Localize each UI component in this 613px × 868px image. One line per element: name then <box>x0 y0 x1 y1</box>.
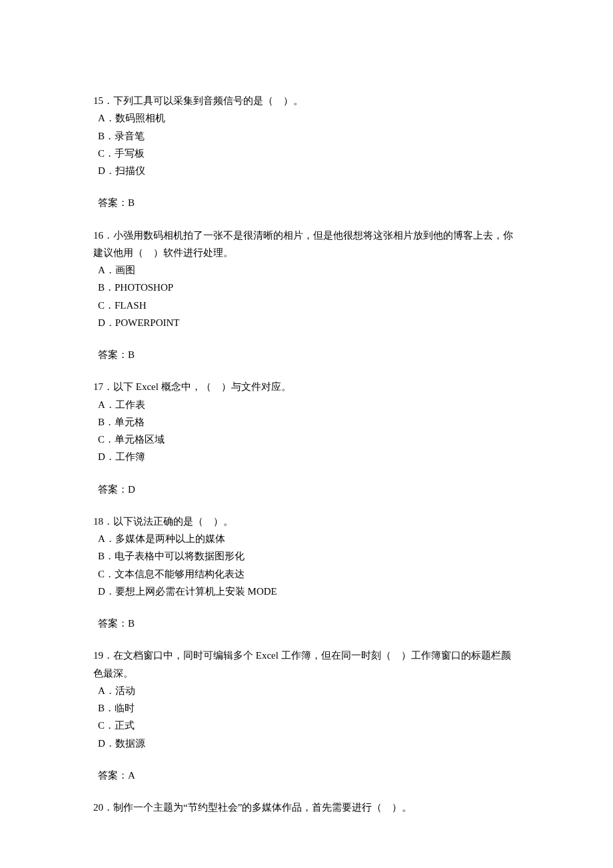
question-stem: 18．以下说法正确的是（ ）。 <box>93 513 520 530</box>
option-a: A．多媒体是两种以上的媒体 <box>98 530 520 547</box>
answer: 答案：B <box>98 346 520 363</box>
question-number: 16 <box>93 230 103 241</box>
answer: 答案：B <box>98 615 520 632</box>
option-d: D．工作簿 <box>98 448 520 465</box>
question-text-before: ．以下 <box>103 381 136 392</box>
option-c: C．手写板 <box>98 145 520 162</box>
option-c: C．FLASH <box>98 297 520 314</box>
option-b: B．PHOTOSHOP <box>98 279 520 296</box>
question-number: 19 <box>93 650 103 661</box>
option-a: A．活动 <box>98 682 520 699</box>
option-b: B．单元格 <box>98 413 520 431</box>
option-d: D．POWERPOINT <box>98 314 520 331</box>
question-text: ．下列工具可以采集到音频信号的是（ ）。 <box>103 95 303 106</box>
question-text-latin: Excel <box>256 650 279 661</box>
question-number: 18 <box>93 516 103 527</box>
question-text-latin: Excel <box>136 381 159 392</box>
option-d: D．数据源 <box>98 735 520 752</box>
option-c: C．正式 <box>98 717 520 734</box>
question-stem: 20．制作一个主题为“节约型社会”的多媒体作品，首先需要进行（ ）。 <box>93 799 520 816</box>
answer: 答案：B <box>98 194 520 211</box>
question-number: 20 <box>93 802 103 813</box>
question-text-after: 概念中，（ ）与文件对应。 <box>159 381 291 392</box>
question-text: ．小强用数码相机拍了一张不是很清晰的相片，但是他很想将这张相片放到他的博客上去，… <box>93 230 513 258</box>
option-b: B．录音笔 <box>98 127 520 145</box>
question-number: 15 <box>93 95 103 106</box>
answer: 答案：A <box>98 767 520 784</box>
document-page: 15．下列工具可以采集到音频信号的是（ ）。 A．数码照相机 B．录音笔 C．手… <box>0 0 613 856</box>
question-stem: 16．小强用数码相机拍了一张不是很清晰的相片，但是他很想将这张相片放到他的博客上… <box>93 227 520 262</box>
option-d: D．要想上网必需在计算机上安装 MODE <box>98 583 520 600</box>
question-stem: 15．下列工具可以采集到音频信号的是（ ）。 <box>93 92 520 109</box>
option-d: D．扫描仪 <box>98 162 520 179</box>
option-c: C．单元格区域 <box>98 431 520 448</box>
question-text-before: ．在文档窗口中，同时可编辑多个 <box>103 650 256 661</box>
option-a: A．工作表 <box>98 396 520 413</box>
question-text: ．以下说法正确的是（ ）。 <box>103 516 233 527</box>
question-stem: 19．在文档窗口中，同时可编辑多个 Excel 工作簿，但在同一时刻（ ）工作簿… <box>93 647 520 682</box>
option-a: A．画图 <box>98 261 520 279</box>
question-text: ．制作一个主题为“节约型社会”的多媒体作品，首先需要进行（ ）。 <box>103 802 412 813</box>
answer: 答案：D <box>98 481 520 498</box>
question-stem: 17．以下 Excel 概念中，（ ）与文件对应。 <box>93 378 520 395</box>
option-b: B．临时 <box>98 699 520 717</box>
option-a: A．数码照相机 <box>98 109 520 127</box>
question-number: 17 <box>93 381 103 392</box>
option-b: B．电子表格中可以将数据图形化 <box>98 547 520 565</box>
option-c: C．文本信息不能够用结构化表达 <box>98 565 520 583</box>
